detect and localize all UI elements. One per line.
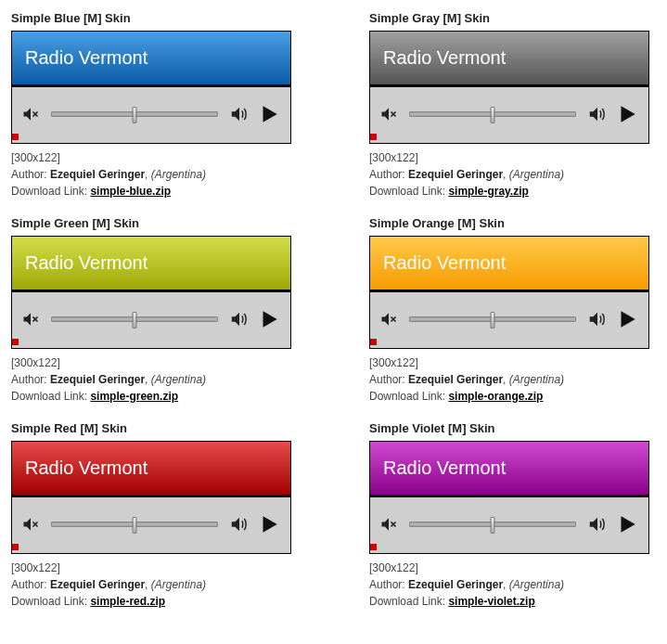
skin-card: Simple Red [M] Skin Radio Vermont [300x1… [11,421,299,610]
volume-thumb[interactable] [491,517,495,534]
station-name: Radio Vermont [25,252,148,274]
player-controls [12,87,290,140]
volume-thumb[interactable] [491,312,495,328]
download-prefix: Download Link: [11,185,90,198]
download-link[interactable]: simple-red.zip [90,595,165,608]
player-controls [370,497,648,550]
skin-title: Simple Green [M] Skin [11,216,299,230]
play-button[interactable] [615,512,639,536]
download-line: Download Link: simple-green.zip [11,388,299,405]
author-prefix: Author: [369,373,408,386]
play-button[interactable] [615,307,639,331]
volume-slider[interactable] [409,316,576,322]
author-country: (Argentina) [509,578,564,591]
player-controls [370,292,648,345]
author-sep: , [145,578,151,591]
volume-slider[interactable] [51,316,218,322]
author-line: Author: Ezequiel Geringer, (Argentina) [11,576,299,593]
volume-icon[interactable] [587,309,608,329]
mute-icon[interactable] [379,515,398,534]
player-header: Radio Vermont [370,32,648,87]
download-link[interactable]: simple-green.zip [90,390,178,403]
author-line: Author: Ezequiel Geringer, (Argentina) [369,166,657,183]
player-controls [12,292,290,345]
author-country: (Argentina) [151,168,206,181]
volume-slider[interactable] [51,522,218,527]
resize-handle-icon [370,544,377,550]
download-link[interactable]: simple-blue.zip [90,185,171,198]
skin-meta: [300x122] Author: Ezequiel Geringer, (Ar… [369,354,657,405]
volume-icon[interactable] [587,514,608,535]
dimensions-label: [300x122] [11,354,299,371]
download-link[interactable]: simple-orange.zip [448,390,543,403]
station-name: Radio Vermont [383,47,506,69]
mute-icon[interactable] [21,310,40,328]
download-prefix: Download Link: [369,390,448,403]
skin-card: Simple Gray [M] Skin Radio Vermont [300x… [369,11,657,200]
author-country: (Argentina) [151,578,206,591]
author-line: Author: Ezequiel Geringer, (Argentina) [369,576,657,593]
volume-thumb[interactable] [133,517,137,534]
author-country: (Argentina) [151,373,206,386]
player-widget: Radio Vermont [369,236,649,349]
author-name: Ezequiel Geringer [50,578,145,591]
player-controls [12,497,290,550]
author-prefix: Author: [369,168,408,181]
volume-icon[interactable] [229,309,250,329]
author-country: (Argentina) [509,168,564,181]
volume-slider[interactable] [51,111,218,117]
player-widget: Radio Vermont [369,441,649,554]
download-link[interactable]: simple-gray.zip [448,185,528,198]
player-controls [370,87,648,140]
download-line: Download Link: simple-violet.zip [369,593,657,610]
author-name: Ezequiel Geringer [50,373,145,386]
volume-thumb[interactable] [133,107,137,123]
mute-icon[interactable] [379,105,398,123]
author-name: Ezequiel Geringer [408,168,503,181]
mute-icon[interactable] [21,515,40,534]
play-button[interactable] [257,307,281,331]
download-link[interactable]: simple-violet.zip [448,595,534,608]
volume-icon[interactable] [587,104,608,124]
mute-icon[interactable] [379,310,398,328]
volume-thumb[interactable] [491,107,495,123]
play-button[interactable] [615,102,639,126]
author-line: Author: Ezequiel Geringer, (Argentina) [369,371,657,388]
volume-slider[interactable] [409,522,576,527]
author-sep: , [145,373,151,386]
volume-slider[interactable] [409,111,576,117]
author-prefix: Author: [11,168,50,181]
skin-title: Simple Red [M] Skin [11,421,299,435]
play-button[interactable] [257,102,281,126]
author-line: Author: Ezequiel Geringer, (Argentina) [11,166,299,183]
download-prefix: Download Link: [369,185,448,198]
resize-handle-icon [12,339,19,345]
author-sep: , [145,168,151,181]
player-widget: Radio Vermont [11,31,291,144]
author-name: Ezequiel Geringer [408,373,503,386]
skin-card: Simple Violet [M] Skin Radio Vermont [30… [369,421,657,610]
station-name: Radio Vermont [383,457,506,479]
dimensions-label: [300x122] [11,149,299,166]
skin-meta: [300x122] Author: Ezequiel Geringer, (Ar… [11,354,299,405]
mute-icon[interactable] [21,105,40,123]
download-prefix: Download Link: [369,595,448,608]
station-name: Radio Vermont [383,252,506,274]
volume-thumb[interactable] [133,312,137,328]
volume-icon[interactable] [229,104,250,124]
author-prefix: Author: [11,578,50,591]
skin-meta: [300x122] Author: Ezequiel Geringer, (Ar… [11,560,299,610]
dimensions-label: [300x122] [369,149,657,166]
download-line: Download Link: simple-gray.zip [369,183,657,200]
resize-handle-icon [370,134,377,140]
volume-icon[interactable] [229,514,250,535]
download-prefix: Download Link: [11,595,90,608]
player-widget: Radio Vermont [11,441,291,554]
author-country: (Argentina) [509,373,564,386]
author-sep: , [503,168,509,181]
player-widget: Radio Vermont [11,236,291,349]
player-header: Radio Vermont [370,237,648,292]
station-name: Radio Vermont [25,47,148,69]
play-button[interactable] [257,512,281,536]
download-prefix: Download Link: [11,390,90,403]
